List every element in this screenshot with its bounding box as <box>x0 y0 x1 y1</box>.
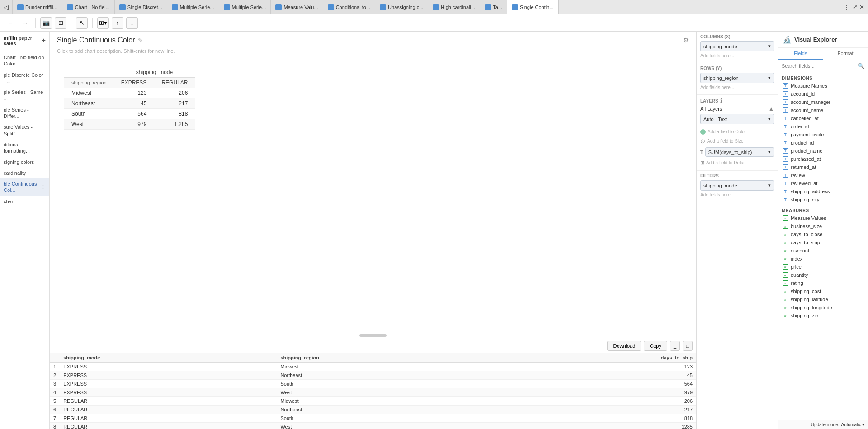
chart-express-cell: 979 <box>114 119 154 130</box>
sidebar-item-3[interactable]: ple Series - Differ... <box>0 104 49 122</box>
bt-days-cell: 123 <box>504 363 696 371</box>
ve-dim-10[interactable]: Treturned_at <box>782 163 864 171</box>
layout-button[interactable]: ⊞ <box>55 17 66 29</box>
tab-2[interactable]: Single Discret... <box>115 0 167 14</box>
filter-field-dropdown[interactable]: shipping_mode ▾ <box>700 180 774 191</box>
layers-collapse-btn[interactable]: ▲ <box>769 106 774 112</box>
ve-measure-icon-12: # <box>783 313 788 318</box>
ve-measure-12[interactable]: #shipping_zip <box>782 312 864 320</box>
columns-add-field[interactable]: Add fields here... <box>700 51 774 60</box>
tab-8[interactable]: High cardinali... <box>428 0 480 14</box>
ve-dim-0[interactable]: TMeasure Names <box>782 82 864 90</box>
sidebar-item-9[interactable]: chart <box>0 196 49 207</box>
ve-dim-5[interactable]: Torder_id <box>782 122 864 131</box>
ve-dim-11[interactable]: Treview <box>782 171 864 179</box>
minimize-button[interactable]: _ <box>670 341 680 351</box>
filter-add-field[interactable]: Add fields here... <box>700 191 774 199</box>
ve-dim-9[interactable]: Tpurchased_at <box>782 155 864 163</box>
ve-dim-14[interactable]: Tshipping_city <box>782 196 864 204</box>
rows-field-dropdown[interactable]: shipping_region ▾ <box>700 73 774 83</box>
camera-button[interactable]: 📷 <box>40 17 52 29</box>
chart-settings-icon[interactable]: ⚙ <box>683 37 689 44</box>
tab-9[interactable]: Ta... <box>480 0 507 14</box>
copy-button[interactable]: Copy <box>644 341 667 351</box>
layers-info-icon[interactable]: ℹ <box>720 98 722 104</box>
ve-measure-9[interactable]: #shipping_cost <box>782 287 864 295</box>
sidebar-item-2[interactable]: ple Series - Same ... <box>0 87 49 104</box>
rows-add-field[interactable]: Add fields here... <box>700 83 774 92</box>
tab-expand-btn[interactable]: ⤢ <box>853 4 858 10</box>
ve-dim-icon-1: T <box>783 91 788 97</box>
tab-7[interactable]: Unassigning c... <box>375 0 428 14</box>
filter-button[interactable]: ⊞▾ <box>97 17 109 29</box>
cursor-button[interactable]: ↖ <box>76 17 88 29</box>
bt-region-cell: West <box>277 423 503 429</box>
ve-search-input[interactable] <box>782 63 856 69</box>
ve-dim-7[interactable]: Tproduct_id <box>782 139 864 147</box>
tab-icon-4 <box>224 4 230 10</box>
sort-asc-button[interactable]: ↑ <box>112 17 123 29</box>
ve-measure-1[interactable]: #business_size <box>782 222 864 230</box>
tab-5[interactable]: Measure Valu... <box>271 0 323 14</box>
tab-6[interactable]: Conditional fo... <box>323 0 375 14</box>
layer-type-dropdown[interactable]: Auto - Text ▾ <box>700 114 774 124</box>
update-mode-dropdown[interactable]: Automatic ▾ <box>841 422 864 427</box>
sort-desc-button[interactable]: ↓ <box>126 17 138 29</box>
bt-days-cell: 1285 <box>504 423 696 429</box>
forward-button[interactable]: → <box>19 17 31 29</box>
sum-field-dropdown[interactable]: SUM(days_to_ship) ▾ <box>705 147 774 157</box>
add-color-field[interactable]: Add a field to Color <box>708 128 746 135</box>
ve-measure-5[interactable]: #index <box>782 255 864 263</box>
columns-field-dropdown[interactable]: shipping_mode ▾ <box>700 41 774 51</box>
sidebar-item-8[interactable]: ble Continuous Col...⋮ <box>0 178 49 196</box>
tab-more-btn[interactable]: ⋮ <box>841 4 853 11</box>
ve-measure-2[interactable]: #days_to_close <box>782 230 864 238</box>
sidebar-item-5[interactable]: ditional formatting... <box>0 139 49 157</box>
tab-icon-3 <box>172 4 178 10</box>
tab-0[interactable]: Dunder miffli... <box>13 0 62 14</box>
ve-measure-4[interactable]: #discount <box>782 247 864 255</box>
ve-measure-11[interactable]: #shipping_longitude <box>782 303 864 312</box>
bt-rownum: 2 <box>50 371 60 380</box>
ve-measure-7[interactable]: #quantity <box>782 271 864 279</box>
add-detail-field[interactable]: Add a field to Detail <box>706 159 745 166</box>
tab-10[interactable]: Single Contin... <box>507 0 559 14</box>
ve-dim-icon-13: T <box>783 189 788 194</box>
ve-dim-6[interactable]: Tpayment_cycle <box>782 131 864 139</box>
tab-collapse[interactable]: ◁ <box>0 0 13 14</box>
sidebar-item-1[interactable]: ple Discrete Color - ... <box>0 70 49 87</box>
ve-dim-label-3: account_name <box>791 107 823 113</box>
tab-1[interactable]: Chart - No fiel... <box>62 0 115 14</box>
ve-dim-2[interactable]: Taccount_manager <box>782 98 864 106</box>
ve-dim-8[interactable]: Tproduct_name <box>782 147 864 155</box>
col-header-group: shipping_mode <box>114 67 195 78</box>
sidebar-item-6[interactable]: signing colors <box>0 157 49 168</box>
ve-dim-3[interactable]: Taccount_name <box>782 106 864 114</box>
sidebar-item-4[interactable]: sure Values - Split/... <box>0 121 49 139</box>
sidebar-item-menu-8[interactable]: ⋮ <box>41 184 46 190</box>
back-button[interactable]: ← <box>5 17 16 29</box>
maximize-button[interactable]: □ <box>683 341 693 351</box>
sidebar-item-0[interactable]: Chart - No field on Color <box>0 52 49 70</box>
ve-dim-4[interactable]: Tcancelled_at <box>782 114 864 122</box>
ve-dim-12[interactable]: Treviewed_at <box>782 179 864 187</box>
ve-measure-10[interactable]: #shipping_latitude <box>782 295 864 303</box>
sidebar-add-button[interactable]: + <box>42 37 46 45</box>
chart-description[interactable]: Click to add chart description. Shift-en… <box>50 47 696 56</box>
ve-tab-format[interactable]: Format <box>823 48 868 60</box>
tab-close-btn[interactable]: ✕ <box>859 4 864 10</box>
add-size-field[interactable]: Add a field to Size <box>707 138 744 145</box>
ve-measure-3[interactable]: #days_to_ship <box>782 238 864 247</box>
ve-measure-6[interactable]: #price <box>782 263 864 271</box>
sidebar-item-7[interactable]: cardinality <box>0 168 49 178</box>
ve-measure-8[interactable]: #rating <box>782 279 864 287</box>
tab-4[interactable]: Multiple Serie... <box>219 0 271 14</box>
ve-dim-13[interactable]: Tshipping_address <box>782 187 864 196</box>
ve-measure-0[interactable]: #Measure Values <box>782 214 864 222</box>
tab-3[interactable]: Multiple Serie... <box>167 0 219 14</box>
tab-label-2: Single Discret... <box>127 5 162 10</box>
ve-dim-1[interactable]: Taccount_id <box>782 90 864 98</box>
download-button[interactable]: Download <box>607 341 641 351</box>
chart-edit-icon[interactable]: ✎ <box>138 37 143 44</box>
ve-tab-fields[interactable]: Fields <box>778 48 823 60</box>
